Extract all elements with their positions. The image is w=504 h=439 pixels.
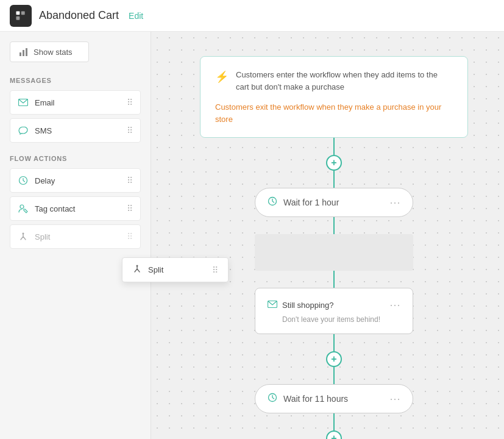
- clock-icon-wait1: [268, 196, 277, 209]
- wait-1-menu[interactable]: ⋯: [389, 196, 400, 209]
- messages-section: MESSAGES Email ⠿: [10, 77, 141, 143]
- trigger-exit-text: Customers exit the workflow when they ma…: [215, 101, 453, 125]
- connector-line-3: [333, 217, 335, 234]
- sidebar-item-delay[interactable]: Delay ⠿: [10, 168, 141, 193]
- wait-2-menu[interactable]: ⋯: [389, 392, 400, 405]
- flow-actions-label: FLOW ACTIONS: [10, 155, 141, 162]
- connector-line-1: [333, 138, 335, 155]
- show-stats-label: Show stats: [34, 48, 73, 57]
- drag-handle-delay: ⠿: [127, 176, 133, 185]
- svg-rect-5: [26, 48, 27, 56]
- wait-2-label: Wait for 11 hours: [283, 394, 348, 404]
- svg-rect-1: [16, 16, 20, 20]
- split-tooltip-label: Split: [148, 265, 163, 274]
- flow-container: ⚡ Customers enter the workflow when they…: [188, 56, 480, 439]
- connector-line-5: [333, 334, 335, 351]
- wait-node-1: Wait for 1 hour ⋯: [255, 188, 413, 217]
- drag-handle-email: ⠿: [127, 98, 133, 107]
- sidebar-item-email[interactable]: Email ⠿: [10, 90, 141, 115]
- flow-actions-section: FLOW ACTIONS Delay ⠿: [10, 155, 141, 249]
- svg-point-9: [23, 233, 24, 235]
- split-label: Split: [35, 232, 50, 241]
- app-logo: [10, 5, 32, 27]
- sidebar-item-tag-contact[interactable]: Tag contact ⠿: [10, 196, 141, 221]
- connector-line-4: [333, 271, 335, 288]
- add-node-button-1[interactable]: +: [326, 155, 342, 171]
- tag-contact-label: Tag contact: [35, 204, 76, 213]
- email-node-subtitle: Don't leave your items behind!: [282, 315, 400, 324]
- page-title: Abandoned Cart: [39, 9, 119, 22]
- show-stats-button[interactable]: Show stats: [10, 41, 89, 62]
- sidebar: Show stats MESSAGES Email ⠿: [0, 32, 151, 439]
- clock-icon-wait2: [268, 393, 277, 405]
- drag-handle-sms: ⠿: [127, 126, 133, 135]
- messages-section-label: MESSAGES: [10, 77, 141, 84]
- split-tooltip-icon: [132, 264, 142, 276]
- svg-rect-2: [21, 11, 25, 15]
- sms-label: SMS: [35, 126, 52, 135]
- edit-link[interactable]: Edit: [129, 11, 143, 21]
- split-placeholder-node: [255, 234, 413, 271]
- trigger-enter-text: Customers enter the workflow when they a…: [236, 69, 453, 93]
- person-tag-icon: [18, 203, 29, 214]
- drag-handle-split-tooltip: ⠿: [212, 265, 218, 275]
- wait-node-2: Wait for 11 hours ⋯: [255, 384, 413, 413]
- connector-line-7: [333, 413, 335, 430]
- canvas: ⚡ Customers enter the workflow when they…: [151, 32, 504, 439]
- svg-point-10: [137, 265, 138, 267]
- bar-chart-icon: [19, 47, 29, 57]
- svg-rect-3: [20, 52, 21, 56]
- lightning-icon: ⚡: [215, 70, 229, 84]
- sidebar-item-split[interactable]: Split ⠿: [10, 224, 141, 249]
- chat-icon: [18, 125, 29, 136]
- svg-point-8: [20, 205, 24, 209]
- email-node-menu[interactable]: ⋯: [389, 298, 400, 312]
- envelope-icon: [18, 97, 29, 108]
- envelope-icon-node: [268, 301, 277, 310]
- header: Abandoned Cart Edit: [0, 0, 504, 32]
- drag-handle-split: ⠿: [127, 232, 133, 241]
- wait-1-label: Wait for 1 hour: [283, 198, 339, 207]
- drag-handle-tag-contact: ⠿: [127, 204, 133, 213]
- email-node-1: Still shopping? ⋯ Don't leave your items…: [255, 288, 413, 334]
- clock-icon: [18, 175, 29, 186]
- trigger-card: ⚡ Customers enter the workflow when they…: [200, 56, 468, 138]
- sidebar-item-sms[interactable]: SMS ⠿: [10, 118, 141, 143]
- connector-line-2: [333, 171, 335, 188]
- svg-rect-0: [16, 11, 20, 15]
- add-node-button-3[interactable]: +: [326, 430, 342, 439]
- main-layout: Show stats MESSAGES Email ⠿: [0, 32, 504, 439]
- email-node-title: Still shopping?: [282, 301, 334, 310]
- svg-rect-4: [23, 50, 24, 56]
- add-node-button-2[interactable]: +: [326, 351, 342, 367]
- connector-line-6: [333, 367, 335, 384]
- delay-label: Delay: [35, 176, 55, 185]
- split-icon-sidebar: [18, 231, 29, 242]
- split-tooltip: Split ⠿: [122, 257, 229, 282]
- email-label: Email: [35, 98, 55, 107]
